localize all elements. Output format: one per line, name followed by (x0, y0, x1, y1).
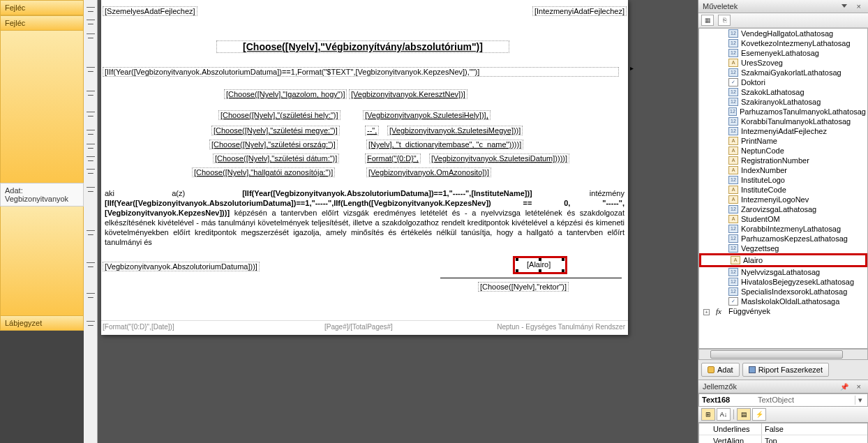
tree-item-label: IntezmenyiLogoNev (741, 195, 809, 204)
properties-header[interactable]: Jellemzők 📌 × (698, 380, 868, 393)
tree-item-KovetkezoIntezmenyLathatosag[interactable]: 12KovetkezoIntezmenyLathatosag (699, 38, 867, 48)
tree-item-label: ParhuzamosKepzesLathatosag (741, 234, 848, 243)
property-grid[interactable]: UnderlinesFalseVertAlignTop (698, 423, 868, 443)
fld-szd-r[interactable]: [Vegbizonyitvanyok.SzuletesiDatum]))))] (429, 153, 569, 163)
close-icon[interactable]: × (857, 2, 861, 10)
fld-line1[interactable]: [IIf(Year([Vegbizonyitvanyok.Abszolutori… (103, 67, 619, 77)
prop-row-Underlines[interactable]: UnderlinesFalse (699, 423, 867, 435)
fld-szo-r[interactable]: [Nyelv], "t_dictionaryitembase", "c_name… (366, 140, 523, 149)
tree-item-NeptunCode[interactable]: ANeptunCode (699, 146, 867, 156)
tree-item-IndexNumber[interactable]: AIndexNumber (699, 165, 867, 175)
actions-title: Műveletek (703, 2, 738, 10)
text-field-icon: A (728, 186, 738, 194)
tree-item-EsemenyekLathatosag[interactable]: 12EsemenyekLathatosag (699, 48, 867, 58)
tab-data[interactable]: Adat (701, 363, 740, 377)
section-header-1[interactable]: Fejléc (0, 0, 84, 15)
tree-item-KorabbiTanulmanyokLathatosag[interactable]: 12KorabbiTanulmanyokLathatosag (699, 117, 867, 126)
tree-item-PrintName[interactable]: APrintName (699, 136, 867, 146)
tree-item-Alairo[interactable]: AAlairo (699, 253, 867, 267)
fld-szd-m[interactable]: Format("{0:D}", (365, 153, 421, 163)
adat-value: Vegbizonyitvanyok (5, 195, 68, 203)
tool-btn-2[interactable]: ⎘ (718, 15, 731, 26)
fld-szm-m[interactable]: --", (365, 126, 379, 135)
tree-item-Vegzettseg[interactable]: 12Vegzettseg (699, 243, 867, 253)
number-field-icon: 12 (728, 278, 738, 286)
object-dropdown-icon[interactable]: ▾ (855, 396, 865, 405)
tree-item-MasIskolakOldalLathatosaga[interactable]: ✓MasIskolakOldalLathatosaga (699, 296, 867, 306)
data-tree[interactable]: 12VendegHallgatoLathatosag12KovetkezoInt… (698, 28, 868, 349)
fld-personal-hdr[interactable]: [SzemelyesAdatFejlechez] (103, 6, 197, 16)
fld-inst-hdr[interactable]: [IntezmenyiAdatFejlechez] (532, 6, 627, 16)
fld-szd-l[interactable]: [Choose([Nyelv],"születési dátum:")] (213, 153, 339, 163)
prop-row-VertAlign[interactable]: VertAlignTop (699, 435, 867, 443)
tree-item-UresSzoveg[interactable]: AUresSzoveg (699, 58, 867, 68)
scrollbar-thumb[interactable] (710, 350, 843, 359)
tree-item-KorabbiIntezmenyLathatosag[interactable]: 12KorabbiIntezmenyLathatosag (699, 224, 867, 234)
fld-szm-l[interactable]: [Choose([Nyelv],"születési megye:")] (211, 126, 340, 135)
tree-item-SzakiranyokLathatosag[interactable]: 12SzakiranyokLathatosag (699, 97, 867, 107)
tool-btn-1[interactable]: ▦ (701, 15, 714, 26)
tree-item-IntezmenyiLogoNev[interactable]: AIntezmenyiLogoNev (699, 195, 867, 204)
fld-alairo[interactable]: [Alairo] (517, 260, 563, 271)
tree-item-ParhuzamosKepzesLathatosag[interactable]: 12ParhuzamosKepzesLathatosag (699, 234, 867, 243)
tree-item-ZarovizsgaLathatosag[interactable]: 12ZarovizsgaLathatosag (699, 204, 867, 214)
tree-item-HivatalosBejegyzesekLathatosag[interactable]: 12HivatalosBejegyzesekLathatosag (699, 277, 867, 287)
expand-icon[interactable]: + (703, 309, 710, 315)
prop-events[interactable]: ⚡ (752, 408, 766, 421)
prop-pages[interactable]: ▤ (737, 408, 751, 421)
tree-item-InstituteLogo[interactable]: 12InstituteLogo (699, 175, 867, 185)
report-page[interactable]: [SzemelyesAdatFejlechez] [IntezmenyiAdat… (101, 0, 628, 335)
fld-absz-date[interactable]: [Vegbizonyitvanyok.AbszolutoriumDatuma])… (103, 262, 260, 271)
tree-item-StudentOM[interactable]: AStudentOM (699, 214, 867, 224)
number-field-icon: 12 (728, 68, 738, 77)
tree-item-VendegHallgatoLathatosag[interactable]: 12VendegHallgatoLathatosag (699, 29, 867, 38)
pin-icon[interactable]: 📌 (840, 383, 848, 391)
prop-sort-cat[interactable]: ⊞ (701, 408, 715, 421)
number-field-icon: 12 (728, 88, 738, 96)
footer-left[interactable]: [Format("{0:D}",[Date])] (103, 323, 174, 331)
object-selector[interactable]: Text168 TextObject ▾ (698, 393, 868, 407)
tab-data-label: Adat (717, 366, 733, 374)
fld-szo-l[interactable]: [Choose([Nyelv],"születési ország:")] (209, 140, 338, 149)
properties-toolbar: ⊞ A↓ ▤ ⚡ (698, 407, 868, 423)
actions-header[interactable]: Műveletek × (698, 0, 868, 13)
fld-ig-r[interactable]: [Vegbizonyitvanyok.KeresztNev])] (349, 89, 467, 99)
tree-item-ParhuzamosTanulmanyokLathatosag[interactable]: 12ParhuzamosTanulmanyokLathatosag (699, 107, 867, 117)
prop-key: Underlines (699, 423, 762, 435)
tree-item-SzakokLathatosag[interactable]: 12SzakokLathatosag (699, 87, 867, 97)
dropdown-icon[interactable] (841, 4, 847, 8)
number-field-icon: 12 (728, 117, 738, 126)
tree-item-label: Alairo (743, 256, 763, 264)
data-band-label[interactable]: Adat: Vegbizonyitvanyok (0, 183, 84, 207)
fld-ha-r[interactable]: [Vegbizonyitvanyok.OmAzonosito])] (366, 167, 491, 177)
footer-center[interactable]: [Page#]/[TotalPages#] (324, 323, 393, 331)
tree-item-label: UresSzoveg (741, 59, 783, 67)
tree-item-IntezmenyiAdatFejlechez[interactable]: 12IntezmenyiAdatFejlechez (699, 126, 867, 136)
close-props-icon[interactable]: × (857, 382, 861, 391)
prop-sort-az[interactable]: A↓ (717, 408, 731, 421)
tree-item-InstituteCode[interactable]: AInstituteCode (699, 185, 867, 195)
prop-value[interactable]: False (762, 423, 867, 435)
fld-rektor[interactable]: [Choose([Nyelv],"rektor")] (478, 282, 569, 292)
fld-ig-l[interactable]: [Choose([Nyelv],"Igazolom, hogy")] (224, 89, 347, 99)
fld-szh-r[interactable]: [Vegbizonyitvanyok.SzuletesiHely])], (363, 110, 491, 120)
tree-item-label: MasIskolakOldalLathatosaga (741, 297, 839, 306)
tree-item-NyelvvizsgaLathatosag[interactable]: 12NyelvvizsgaLathatosag (699, 267, 867, 277)
fld-ha-l[interactable]: [Choose([Nyelv],"hallgatói azonosítója:"… (192, 167, 335, 177)
fld-title[interactable]: [Choose([Nyelv],"Végbizonyítvány/abszolu… (216, 40, 509, 53)
tree-icon (749, 366, 756, 373)
footer-right[interactable]: Neptun - Egységes Tanulmányi Rendszer (497, 323, 625, 331)
tree-item-functions[interactable]: +fxFüggvények (699, 306, 867, 316)
tab-report-tree[interactable]: Riport Faszerkezet (742, 363, 829, 377)
fld-szm-r[interactable]: [Vegbizonyitvanyok.SzuletesiMegye]))] (387, 126, 523, 135)
tree-item-SpecialisIndexsorokLathatosag[interactable]: 12SpecialisIndexsorokLathatosag (699, 287, 867, 296)
tree-scrollbar[interactable] (698, 349, 868, 360)
tree-item-RegistrationNumber[interactable]: ARegistrationNumber (699, 156, 867, 165)
prop-value[interactable]: Top (762, 435, 867, 443)
fld-paragraph[interactable]: aki a(z) [IIf(Year([Vegbizonyitvanyok.Ab… (105, 188, 624, 247)
fld-szh-l[interactable]: [Choose([Nyelv],"(születési hely:")] (218, 110, 341, 120)
section-header-2[interactable]: Fejléc (0, 15, 84, 31)
section-footer[interactable]: Lábjegyzet (0, 315, 84, 331)
tree-item-Doktori[interactable]: ✓Doktori (699, 77, 867, 87)
tree-item-SzakmaiGyakorlatLathatosag[interactable]: 12SzakmaiGyakorlatLathatosag (699, 68, 867, 77)
